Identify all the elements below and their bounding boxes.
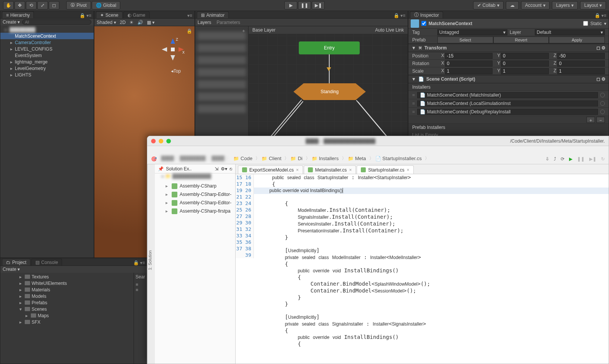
editor-tab[interactable]: MetaInstaller.cs× [304,165,356,174]
play-button[interactable]: ▶ [284,1,297,10]
window-zoom-button[interactable] [166,139,171,143]
console-tab[interactable]: ▤Console [31,259,62,265]
layer-row[interactable] [198,80,246,89]
game-tab[interactable]: ◐Game [123,11,150,18]
create-dropdown[interactable]: Create ▾ [3,19,20,25]
solution-gutter-tab[interactable]: 1: Solution [147,164,155,364]
shaded-dropdown[interactable]: Shaded ▾ [97,20,116,25]
breadcrumb-item[interactable]: 📄 StartupInstaller.cs〉 [375,155,431,162]
breadcrumb-item[interactable]: 📁 Client〉 [261,155,290,162]
component-help-icon[interactable]: ◻ ⚙ [596,76,606,82]
panel-menu-icon[interactable]: ▾≡ [187,13,192,18]
active-checkbox[interactable] [421,21,426,26]
panel-menu-icon[interactable]: 🔒 ▾≡ [133,260,145,265]
solution-item[interactable]: ▸Assembly-CSharp-Editor- [155,190,235,199]
hierarchy-item[interactable]: ▸lightmap_merge [0,59,94,65]
2d-toggle[interactable]: 2D [120,20,126,25]
orientation-gizmo[interactable]: z x [159,36,186,63]
ide-pause-icon[interactable]: ❚❚ [577,156,585,162]
scl-z-field[interactable]: 1 [557,68,605,74]
close-tab-icon[interactable]: × [349,167,352,173]
layer-dropdown[interactable]: Default ▾ [535,29,605,35]
object-field[interactable]: 📄MatchSceneContext (DebugReplayInstall [417,109,598,115]
rot-y-field[interactable]: 0 [501,60,548,67]
layers-tab-button[interactable]: Layers [198,20,211,25]
hierarchy-item[interactable]: MatchSceneContext [0,33,94,39]
project-folder[interactable]: ▾Scenes [19,306,134,312]
ide-refresh-icon[interactable]: ⟳ [561,156,564,162]
inspector-tab[interactable]: ⓘInspector [410,11,443,18]
base-layer-breadcrumb[interactable]: Base Layer [252,27,276,33]
close-tab-icon[interactable]: × [407,167,410,173]
rot-x-field[interactable]: 0 [445,60,493,67]
rot-z-field[interactable]: 0 [557,60,605,67]
layer-row[interactable] [198,105,246,113]
project-folder[interactable]: ▸Materials [19,286,134,293]
auto-live-link-toggle[interactable]: Auto Live Link [375,27,404,33]
solution-pin-icon[interactable]: 📌 [158,166,164,172]
editor-tab[interactable]: ExportSceneModel.cs× [238,165,303,174]
hierarchy-item[interactable]: ▸████████ [0,26,94,33]
ide-nav-back-icon[interactable]: ⤴ [554,156,556,162]
create-dropdown[interactable]: Create ▾ [3,267,20,272]
parameters-tab-button[interactable]: Parameters [217,20,240,25]
gameobject-name[interactable]: MatchSceneContext [429,21,581,26]
move-tool-button[interactable]: ✥ [14,1,25,10]
target-icon[interactable]: 🎯 [151,156,157,162]
collab-dropdown[interactable]: ✔Collab▾ [473,1,504,10]
audio-toggle-icon[interactable]: 🔊 [137,20,143,25]
animator-node-standing[interactable]: Standing [293,83,366,100]
object-picker-button[interactable] [600,93,605,97]
layer-row[interactable] [198,44,246,52]
layer-row[interactable] [198,32,246,40]
prefab-select-button[interactable]: Select [437,37,493,43]
transform-component-header[interactable]: ▼ ⤧ Transform ◻ ⚙ [408,44,609,52]
ide-step-icon[interactable]: ▶❚ [589,156,596,162]
rotate-tool-button[interactable]: ⟲ [26,1,37,10]
hierarchy-item[interactable]: ▸LIGHTS [0,72,94,78]
object-field[interactable]: 📄MatchSceneContext (LocalSimulationInst [417,100,598,106]
prefab-revert-button[interactable]: Revert [493,37,549,43]
project-folder[interactable]: ▸SFX [19,319,134,325]
scene-context-component-header[interactable]: ▼ 📄 Scene Context (Script) ◻ ⚙ [408,75,609,83]
static-checkbox[interactable] [583,21,588,26]
hierarchy-search-input[interactable] [22,19,91,25]
pos-z-field[interactable]: -50 [557,53,605,59]
editor-tab[interactable]: StartupInstaller.cs× [357,165,413,174]
filter-icon[interactable]: ⎋ [230,166,232,172]
hierarchy-tab[interactable]: ≡Hierarchy [2,11,34,18]
cloud-button[interactable]: ☁ [506,1,519,10]
object-picker-button[interactable] [600,101,605,106]
layers-dropdown[interactable]: Layers▾ [552,1,578,10]
project-folder[interactable]: ▸Maps [19,312,134,319]
hierarchy-item[interactable]: EventSystem [0,52,94,59]
close-tab-icon[interactable]: × [296,167,299,173]
rect-tool-button[interactable]: ◻ [49,1,59,10]
collapse-all-icon[interactable]: ⇲ [215,166,218,172]
object-picker-button[interactable] [600,110,605,114]
panel-menu-icon[interactable]: 🔒 ▾≡ [394,13,405,18]
scl-y-field[interactable]: 1 [501,68,548,74]
breadcrumb-item[interactable]: 📁 Code〉 [233,155,261,162]
ide-download-icon[interactable]: ⇩ [545,156,549,162]
breadcrumb-item[interactable]: 📁 Di〉 [290,155,311,162]
pos-y-field[interactable]: 0 [501,53,548,59]
project-folder[interactable]: ▸Prefabs [19,299,134,306]
project-tab[interactable]: 🗀Project [2,259,30,265]
scene-lock-icon[interactable]: 🔒 [187,29,192,34]
scale-tool-button[interactable]: ⤢ [37,1,48,10]
scl-x-field[interactable]: 1 [445,68,493,74]
gameobject-icon[interactable] [411,19,419,28]
global-toggle-button[interactable]: 🌐Global [92,1,121,10]
list-add-button[interactable]: ＋ [587,117,595,123]
solution-item[interactable]: ▸Assembly-CSharp-firstpa [155,207,235,215]
hierarchy-item[interactable]: ▸CameraController [0,39,94,46]
project-folder[interactable]: ▸Models [19,293,134,299]
animator-tab[interactable]: ⊞Animator [197,11,229,18]
light-toggle-icon[interactable]: ☀ [129,20,134,25]
prefab-apply-button[interactable]: Apply [549,37,605,43]
pos-x-field[interactable]: -15 [445,53,493,59]
layout-dropdown[interactable]: Layout▾ [580,1,606,10]
gizmo-label[interactable]: ◂Top [171,68,181,74]
component-help-icon[interactable]: ◻ ⚙ [596,45,606,51]
